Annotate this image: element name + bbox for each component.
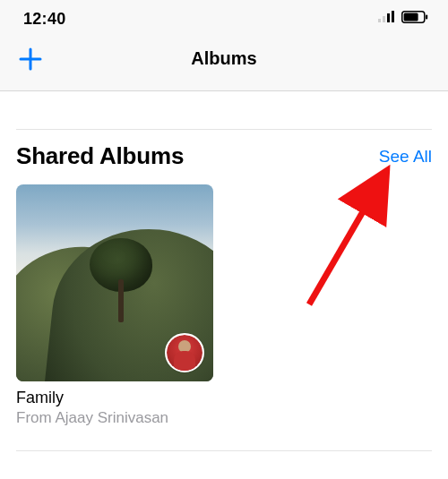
owner-avatar [165,333,204,372]
svg-rect-6 [404,13,418,21]
status-indicators [378,11,428,27]
page-title: Albums [0,48,448,69]
battery-icon [401,11,428,27]
album-subtitle: From Ajaay Srinivasan [16,409,213,427]
status-bar: 12:40 [0,0,448,38]
section-title: Shared Albums [16,142,184,170]
album-tile[interactable]: Family From Ajaay Srinivasan [16,184,213,427]
svg-rect-1 [383,16,385,22]
album-name: Family [16,389,213,407]
status-time: 12:40 [23,10,66,29]
divider [16,450,432,451]
album-thumbnail [16,184,213,381]
svg-rect-2 [387,13,390,22]
nav-bar: Albums [0,38,448,91]
svg-rect-5 [426,15,427,20]
albums-row: Family From Ajaay Srinivasan [0,175,448,427]
section-header: Shared Albums See All [0,130,448,175]
see-all-button[interactable]: See All [379,147,432,167]
cellular-icon [378,11,396,27]
svg-rect-3 [392,11,394,22]
svg-rect-0 [378,19,381,22]
